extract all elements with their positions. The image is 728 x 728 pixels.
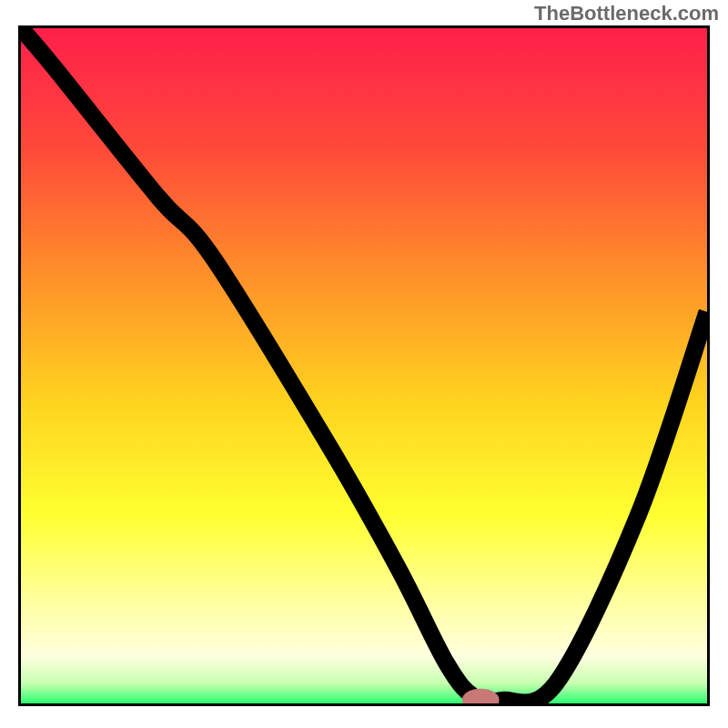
chart-svg [21, 28, 707, 703]
optimal-point-marker [466, 692, 496, 703]
chart-plot-area [18, 25, 710, 706]
watermark-text: TheBottleneck.com [534, 2, 719, 25]
